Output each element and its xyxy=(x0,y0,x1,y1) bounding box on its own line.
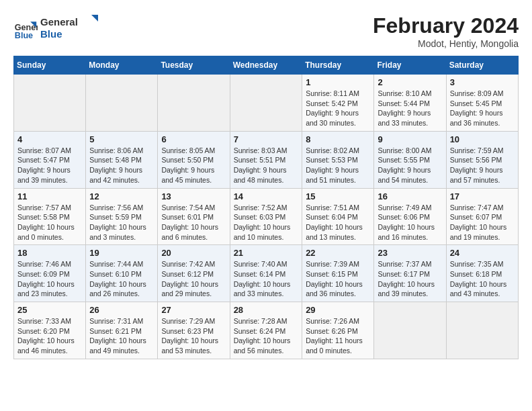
header-cell-saturday: Saturday xyxy=(446,56,518,75)
day-info: Sunrise: 7:56 AMSunset: 5:59 PMDaylight:… xyxy=(89,203,154,242)
header-row: SundayMondayTuesdayWednesdayThursdayFrid… xyxy=(14,56,519,75)
day-number: 21 xyxy=(234,248,299,258)
day-cell: 17Sunrise: 7:47 AMSunset: 6:07 PMDayligh… xyxy=(446,188,518,245)
day-number: 27 xyxy=(161,305,226,315)
day-info: Sunrise: 7:44 AMSunset: 6:10 PMDaylight:… xyxy=(89,259,154,299)
header-cell-monday: Monday xyxy=(86,56,158,75)
day-info: Sunrise: 7:40 AMSunset: 6:14 PMDaylight:… xyxy=(234,259,299,299)
day-info: Sunrise: 7:46 AMSunset: 6:09 PMDaylight:… xyxy=(17,259,82,299)
day-cell: 4Sunrise: 8:07 AMSunset: 5:47 PMDaylight… xyxy=(14,131,86,188)
day-cell xyxy=(86,75,158,132)
day-cell: 11Sunrise: 7:57 AMSunset: 5:58 PMDayligh… xyxy=(14,188,86,245)
day-info: Sunrise: 7:28 AMSunset: 6:24 PMDaylight:… xyxy=(234,316,299,356)
day-cell: 15Sunrise: 7:51 AMSunset: 6:04 PMDayligh… xyxy=(302,188,374,245)
week-row-0: 1Sunrise: 8:11 AMSunset: 5:42 PMDaylight… xyxy=(14,75,519,132)
day-cell xyxy=(230,75,302,132)
logo-icon: General Blue xyxy=(13,17,38,41)
svg-text:Blue: Blue xyxy=(40,28,62,40)
day-cell: 26Sunrise: 7:31 AMSunset: 6:21 PMDayligh… xyxy=(86,302,158,359)
day-number: 25 xyxy=(17,305,82,315)
day-cell: 2Sunrise: 8:10 AMSunset: 5:44 PMDaylight… xyxy=(374,75,446,132)
day-cell: 29Sunrise: 7:26 AMSunset: 6:26 PMDayligh… xyxy=(302,302,374,359)
header-cell-tuesday: Tuesday xyxy=(158,56,230,75)
day-number: 6 xyxy=(161,134,226,144)
logo-svg: General Blue xyxy=(40,13,101,42)
day-info: Sunrise: 7:31 AMSunset: 6:21 PMDaylight:… xyxy=(89,316,154,356)
day-info: Sunrise: 7:49 AMSunset: 6:06 PMDaylight:… xyxy=(378,203,442,242)
day-info: Sunrise: 7:47 AMSunset: 6:07 PMDaylight:… xyxy=(450,203,515,242)
day-number: 8 xyxy=(306,134,370,144)
day-number: 3 xyxy=(450,77,515,87)
week-row-4: 25Sunrise: 7:33 AMSunset: 6:20 PMDayligh… xyxy=(14,302,519,359)
calendar-table: SundayMondayTuesdayWednesdayThursdayFrid… xyxy=(13,56,519,359)
day-number: 9 xyxy=(378,134,442,144)
day-cell xyxy=(158,75,230,132)
day-number: 22 xyxy=(306,248,370,258)
day-number: 26 xyxy=(89,305,154,315)
header-cell-wednesday: Wednesday xyxy=(230,56,302,75)
day-cell: 3Sunrise: 8:09 AMSunset: 5:45 PMDaylight… xyxy=(446,75,518,132)
day-cell: 1Sunrise: 8:11 AMSunset: 5:42 PMDaylight… xyxy=(302,75,374,132)
day-cell: 27Sunrise: 7:29 AMSunset: 6:23 PMDayligh… xyxy=(158,302,230,359)
day-info: Sunrise: 7:35 AMSunset: 6:18 PMDaylight:… xyxy=(450,259,515,299)
day-info: Sunrise: 8:00 AMSunset: 5:55 PMDaylight:… xyxy=(378,146,442,185)
day-info: Sunrise: 7:37 AMSunset: 6:17 PMDaylight:… xyxy=(378,259,442,299)
day-number: 5 xyxy=(89,134,154,144)
day-cell: 24Sunrise: 7:35 AMSunset: 6:18 PMDayligh… xyxy=(446,245,518,302)
day-cell: 10Sunrise: 7:59 AMSunset: 5:56 PMDayligh… xyxy=(446,131,518,188)
header-cell-sunday: Sunday xyxy=(14,56,86,75)
title-area: February 2024 Modot, Hentiy, Mongolia xyxy=(373,13,519,49)
day-number: 4 xyxy=(17,134,82,144)
day-cell: 20Sunrise: 7:42 AMSunset: 6:12 PMDayligh… xyxy=(158,245,230,302)
day-number: 7 xyxy=(234,134,299,144)
day-info: Sunrise: 7:52 AMSunset: 6:03 PMDaylight:… xyxy=(234,203,299,242)
day-info: Sunrise: 7:54 AMSunset: 6:01 PMDaylight:… xyxy=(161,203,226,242)
header-cell-thursday: Thursday xyxy=(302,56,374,75)
day-info: Sunrise: 8:07 AMSunset: 5:47 PMDaylight:… xyxy=(17,146,82,185)
day-cell: 23Sunrise: 7:37 AMSunset: 6:17 PMDayligh… xyxy=(374,245,446,302)
day-number: 2 xyxy=(378,77,442,87)
svg-text:Blue: Blue xyxy=(15,31,33,40)
header-cell-friday: Friday xyxy=(374,56,446,75)
day-cell: 7Sunrise: 8:03 AMSunset: 5:51 PMDaylight… xyxy=(230,131,302,188)
location: Modot, Hentiy, Mongolia xyxy=(373,38,519,49)
day-info: Sunrise: 8:06 AMSunset: 5:48 PMDaylight:… xyxy=(89,146,154,185)
svg-text:General: General xyxy=(40,16,78,28)
day-number: 11 xyxy=(17,191,82,201)
day-info: Sunrise: 8:09 AMSunset: 5:45 PMDaylight:… xyxy=(450,89,515,128)
day-info: Sunrise: 7:59 AMSunset: 5:56 PMDaylight:… xyxy=(450,146,515,185)
day-info: Sunrise: 8:05 AMSunset: 5:50 PMDaylight:… xyxy=(161,146,226,185)
day-cell: 12Sunrise: 7:56 AMSunset: 5:59 PMDayligh… xyxy=(86,188,158,245)
day-number: 17 xyxy=(450,191,515,201)
day-info: Sunrise: 7:42 AMSunset: 6:12 PMDaylight:… xyxy=(161,259,226,299)
day-cell: 14Sunrise: 7:52 AMSunset: 6:03 PMDayligh… xyxy=(230,188,302,245)
day-number: 1 xyxy=(306,77,370,87)
svg-marker-5 xyxy=(91,15,98,21)
day-cell: 16Sunrise: 7:49 AMSunset: 6:06 PMDayligh… xyxy=(374,188,446,245)
day-number: 12 xyxy=(89,191,154,201)
day-info: Sunrise: 7:39 AMSunset: 6:15 PMDaylight:… xyxy=(306,259,370,299)
day-info: Sunrise: 7:51 AMSunset: 6:04 PMDaylight:… xyxy=(306,203,370,242)
day-info: Sunrise: 8:11 AMSunset: 5:42 PMDaylight:… xyxy=(306,89,370,128)
day-info: Sunrise: 7:33 AMSunset: 6:20 PMDaylight:… xyxy=(17,316,82,356)
day-cell: 21Sunrise: 7:40 AMSunset: 6:14 PMDayligh… xyxy=(230,245,302,302)
day-number: 14 xyxy=(234,191,299,201)
day-number: 15 xyxy=(306,191,370,201)
week-row-3: 18Sunrise: 7:46 AMSunset: 6:09 PMDayligh… xyxy=(14,245,519,302)
day-cell: 5Sunrise: 8:06 AMSunset: 5:48 PMDaylight… xyxy=(86,131,158,188)
day-number: 18 xyxy=(17,248,82,258)
day-cell: 22Sunrise: 7:39 AMSunset: 6:15 PMDayligh… xyxy=(302,245,374,302)
logo: General Blue General Blue xyxy=(13,13,101,44)
day-number: 10 xyxy=(450,134,515,144)
day-cell: 19Sunrise: 7:44 AMSunset: 6:10 PMDayligh… xyxy=(86,245,158,302)
day-cell: 8Sunrise: 8:02 AMSunset: 5:53 PMDaylight… xyxy=(302,131,374,188)
day-number: 29 xyxy=(306,305,370,315)
day-number: 16 xyxy=(378,191,442,201)
day-cell: 9Sunrise: 8:00 AMSunset: 5:55 PMDaylight… xyxy=(374,131,446,188)
day-info: Sunrise: 7:26 AMSunset: 6:26 PMDaylight:… xyxy=(306,316,370,356)
day-cell: 25Sunrise: 7:33 AMSunset: 6:20 PMDayligh… xyxy=(14,302,86,359)
day-number: 13 xyxy=(161,191,226,201)
month-title: February 2024 xyxy=(373,13,519,38)
day-number: 23 xyxy=(378,248,442,258)
day-cell xyxy=(14,75,86,132)
